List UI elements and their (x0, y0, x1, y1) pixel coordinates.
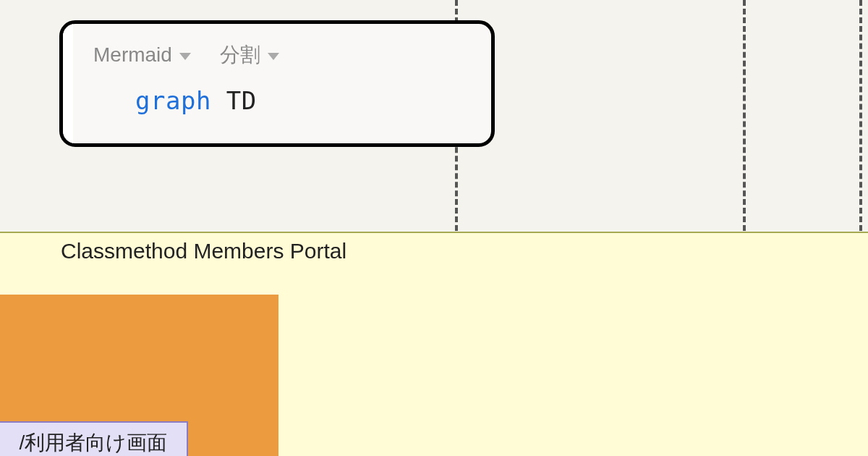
editor-toolbar: Mermaid 分割 (93, 41, 491, 69)
language-dropdown-label: Mermaid (93, 43, 172, 67)
chevron-down-icon (268, 53, 279, 60)
diagram-section: Classmethod Members Portal /利用者向け画面 (0, 232, 868, 456)
diagram-node[interactable]: /利用者向け画面 (0, 421, 188, 456)
code-keyword: graph (135, 86, 211, 115)
diagram-node-label: /利用者向け画面 (20, 429, 168, 456)
editor-popup: Mermaid 分割 graph TD (59, 20, 495, 147)
view-dropdown-label: 分割 (220, 41, 260, 69)
editor-popup-inner: Mermaid 分割 graph TD (63, 24, 491, 143)
view-dropdown[interactable]: 分割 (220, 41, 279, 69)
code-direction: TD (226, 86, 257, 115)
language-dropdown[interactable]: Mermaid (93, 43, 191, 67)
diagram-section-title: Classmethod Members Portal (61, 239, 346, 263)
chevron-down-icon (179, 53, 191, 60)
code-editor-line[interactable]: graph TD (93, 86, 491, 115)
diagram-container-box: /利用者向け画面 (0, 295, 278, 456)
